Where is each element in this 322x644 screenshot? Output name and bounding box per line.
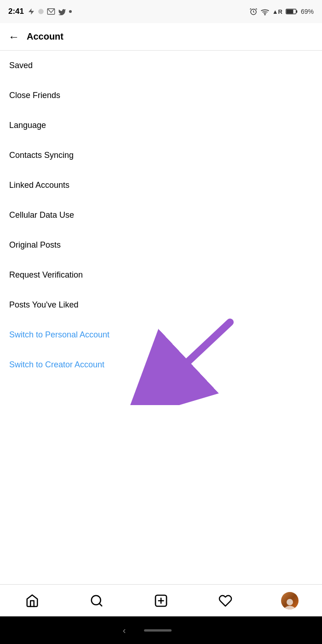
menu-item-switch-personal[interactable]: Switch to Personal Account: [0, 320, 322, 350]
home-gesture-pill: [144, 629, 172, 632]
heart-icon: [218, 594, 232, 608]
menu-item-linked-accounts[interactable]: Linked Accounts: [0, 170, 322, 200]
menu-item-contacts-syncing[interactable]: Contacts Syncing: [0, 140, 322, 170]
battery-percentage: 69%: [301, 8, 314, 15]
alarm-icon: [249, 7, 258, 16]
page-title: Account: [27, 31, 63, 42]
menu-item-saved[interactable]: Saved: [0, 51, 322, 81]
svg-marker-0: [29, 8, 34, 14]
header: ← Account: [0, 23, 322, 51]
nav-activity[interactable]: [212, 589, 239, 612]
nav-search[interactable]: [83, 589, 110, 612]
nav-profile[interactable]: [276, 589, 304, 612]
nav-new-post[interactable]: [147, 589, 175, 612]
twitter-icon: [58, 8, 66, 15]
menu-item-close-friends[interactable]: Close Friends: [0, 81, 322, 110]
new-post-icon: [154, 593, 168, 608]
status-right: ▲R 69%: [249, 7, 314, 16]
svg-point-16: [284, 606, 296, 609]
profile-avatar: [281, 592, 299, 609]
menu-item-language[interactable]: Language: [0, 110, 322, 140]
svg-line-11: [99, 603, 102, 605]
circle-icon: [38, 8, 44, 15]
status-left: 2:41: [8, 7, 72, 16]
menu-item-switch-creator[interactable]: Switch to Creator Account: [0, 350, 322, 380]
status-notification-icons: [28, 8, 72, 15]
mail-icon: [47, 8, 55, 15]
search-icon: [90, 594, 104, 608]
back-button[interactable]: ←: [8, 30, 19, 43]
menu-item-request-verification[interactable]: Request Verification: [0, 260, 322, 290]
menu-item-posts-youve-liked[interactable]: Posts You've Liked: [0, 290, 322, 320]
svg-point-4: [264, 14, 265, 15]
nav-home[interactable]: [18, 589, 46, 612]
bottom-nav: [0, 584, 322, 616]
battery-icon: [285, 8, 298, 15]
menu-item-original-posts[interactable]: Original Posts: [0, 230, 322, 260]
gesture-bar: ‹: [0, 616, 322, 644]
menu-list: Saved Close Friends Language Contacts Sy…: [0, 51, 322, 380]
status-time: 2:41: [8, 7, 24, 16]
menu-item-cellular-data-use[interactable]: Cellular Data Use: [0, 200, 322, 230]
svg-rect-7: [287, 10, 293, 14]
status-bar: 2:41 ▲R 69%: [0, 0, 322, 23]
wifi-icon: [260, 8, 270, 15]
svg-rect-6: [296, 10, 298, 12]
home-icon: [25, 594, 39, 608]
zap-icon: [28, 8, 35, 15]
svg-point-15: [287, 599, 293, 605]
svg-point-1: [38, 9, 44, 14]
signal-icon: ▲R: [272, 8, 282, 15]
notification-dot: [69, 10, 72, 13]
back-gesture-chevron: ‹: [123, 625, 126, 636]
